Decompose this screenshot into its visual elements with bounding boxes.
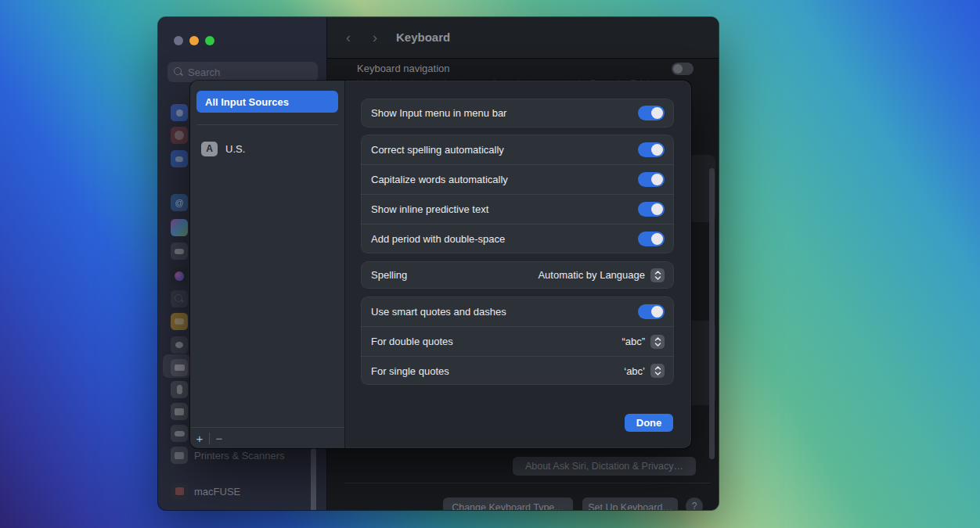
row-label: Correct spelling automatically xyxy=(371,144,638,156)
system-settings-window: Search @ Printers & Scanners macFUSE ‹ ›… xyxy=(158,17,719,510)
chevron-up-down-icon xyxy=(654,337,661,347)
add-input-source-button[interactable]: + xyxy=(190,432,209,445)
mouse-icon[interactable] xyxy=(171,381,188,398)
row-label: For single quotes xyxy=(371,365,624,377)
input-source-list: All Input Sources A U.S. + − xyxy=(190,81,345,448)
search-input[interactable]: Search xyxy=(168,62,318,82)
page-title: Keyboard xyxy=(396,31,450,44)
users-groups-icon[interactable] xyxy=(171,150,188,167)
game-controller-icon[interactable] xyxy=(171,425,188,442)
chevron-up-down-icon xyxy=(654,271,661,280)
remove-input-source-button[interactable]: − xyxy=(210,432,229,445)
accessibility-icon[interactable] xyxy=(171,104,188,121)
about-siri-dictation-privacy-button[interactable]: About Ask Siri, Dictation & Privacy… xyxy=(513,457,696,476)
single-quotes-select[interactable] xyxy=(650,364,665,378)
macfuse-icon[interactable] xyxy=(171,483,188,500)
settings-row: Spelling Automatic by Language xyxy=(361,261,674,289)
minimize-window-icon[interactable] xyxy=(189,36,199,45)
all-input-sources-item[interactable]: All Input Sources xyxy=(196,91,338,113)
family-icon[interactable] xyxy=(171,336,188,354)
chevron-up-down-icon xyxy=(654,366,661,375)
input-sources-sheet: All Input Sources A U.S. + − Show Input … xyxy=(190,81,691,448)
input-source-badge: A xyxy=(201,142,218,156)
settings-row: Add period with double-space xyxy=(361,224,674,253)
sidebar-item-printers-scanners[interactable]: Printers & Scanners xyxy=(194,450,285,462)
sidebar-item-macfuse[interactable]: macFUSE xyxy=(194,486,240,497)
smart-quotes-toggle[interactable] xyxy=(638,304,665,319)
wallpaper-icon[interactable] xyxy=(171,219,188,236)
row-label: Spelling xyxy=(371,269,538,281)
input-source-label: U.S. xyxy=(225,143,245,155)
input-source-row-us[interactable]: A U.S. xyxy=(190,137,344,160)
spotlight-icon[interactable] xyxy=(171,290,188,307)
help-button[interactable]: ? xyxy=(686,497,703,510)
keyboard-icon[interactable] xyxy=(171,359,188,376)
settings-header: ‹ › Keyboard xyxy=(327,17,719,59)
row-label: Capitalize words automatically xyxy=(371,174,638,185)
settings-row: Show inline predictive text xyxy=(361,194,674,224)
settings-row: Show Input menu in menu bar xyxy=(361,99,674,128)
double-quotes-value: “abc” xyxy=(622,336,645,347)
forward-icon[interactable]: › xyxy=(373,30,377,45)
keyboard-navigation-toggle[interactable] xyxy=(672,63,694,75)
wallet-icon[interactable] xyxy=(171,313,188,330)
spelling-card: Spelling Automatic by Language xyxy=(361,261,674,289)
input-menu-card: Show Input menu in menu bar xyxy=(361,99,674,128)
zoom-window-icon[interactable] xyxy=(205,36,214,45)
close-window-icon[interactable] xyxy=(174,36,183,45)
spelling-value: Automatic by Language xyxy=(538,269,645,281)
show-input-menu-toggle[interactable] xyxy=(638,106,665,120)
keyboard-navigation-label: Keyboard navigation xyxy=(357,63,450,74)
row-label: Use smart quotes and dashes xyxy=(371,306,638,318)
sidebar-scrollbar[interactable] xyxy=(311,448,316,510)
siri-icon[interactable] xyxy=(171,268,188,285)
search-icon xyxy=(174,67,183,77)
divider xyxy=(197,124,338,125)
settings-row: Use smart quotes and dashes xyxy=(361,296,674,326)
input-source-settings: Show Input menu in menu bar Correct spel… xyxy=(345,81,691,448)
row-label: Add period with double-space xyxy=(371,233,638,245)
set-up-keyboard-button[interactable]: Set Up Keyboard… xyxy=(582,497,678,510)
row-label: Show inline predictive text xyxy=(371,203,638,215)
back-icon[interactable]: ‹ xyxy=(346,30,351,45)
trackpad-icon[interactable] xyxy=(171,403,188,420)
settings-row: Capitalize words automatically xyxy=(361,164,674,194)
printers-scanners-icon[interactable] xyxy=(171,447,188,464)
source-list-footer: + − xyxy=(190,427,344,448)
double-quotes-select[interactable] xyxy=(650,335,665,349)
double-space-period-toggle[interactable] xyxy=(638,232,665,246)
smart-quotes-card: Use smart quotes and dashes For double q… xyxy=(361,296,674,385)
divider xyxy=(344,483,711,483)
row-label: Show Input menu in menu bar xyxy=(371,107,638,119)
settings-row: For double quotes “abc” xyxy=(361,326,674,356)
change-keyboard-type-button[interactable]: Change Keyboard Type… xyxy=(443,497,573,510)
correct-spelling-toggle[interactable] xyxy=(638,142,665,157)
done-button[interactable]: Done xyxy=(625,414,673,432)
single-quotes-value: ‘abc’ xyxy=(624,365,645,377)
capitalize-words-toggle[interactable] xyxy=(638,172,665,187)
settings-row: For single quotes ‘abc’ xyxy=(361,356,674,385)
spelling-select[interactable] xyxy=(650,268,665,282)
icloud-icon[interactable] xyxy=(171,242,188,260)
settings-row: Correct spelling automatically xyxy=(361,135,674,164)
control-center-icon[interactable] xyxy=(171,127,188,144)
predictive-text-toggle[interactable] xyxy=(638,202,665,217)
row-label: For double quotes xyxy=(371,336,622,347)
content-scrollbar[interactable] xyxy=(709,168,715,459)
text-correction-card: Correct spelling automatically Capitaliz… xyxy=(361,135,674,253)
search-placeholder: Search xyxy=(188,66,220,78)
internet-accounts-icon[interactable]: @ xyxy=(171,194,188,211)
